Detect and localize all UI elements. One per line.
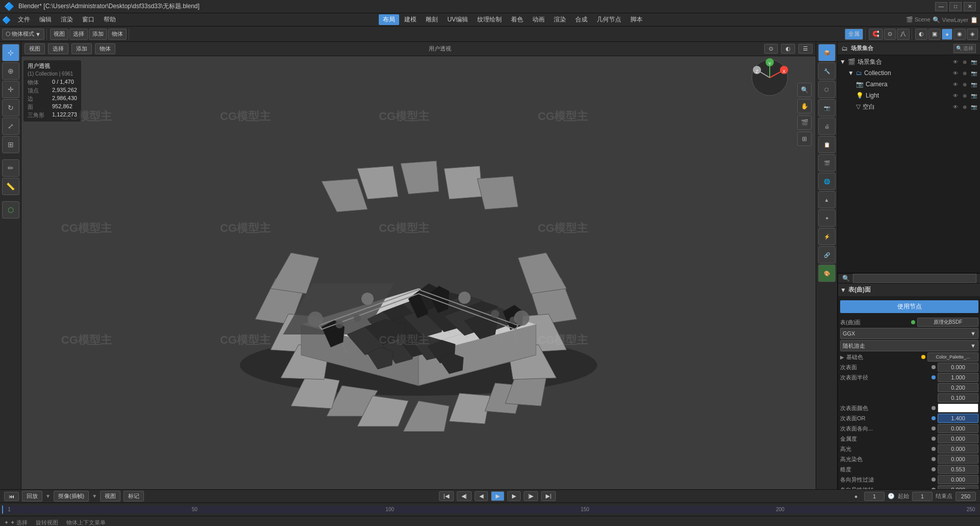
properties-view-layer-btn[interactable]: 📋 bbox=[818, 136, 836, 153]
marker-btn[interactable]: 标记 bbox=[124, 491, 144, 501]
anisotropic-value[interactable]: 0.000 bbox=[938, 424, 978, 433]
menu-edit[interactable]: 编辑 bbox=[35, 14, 56, 25]
xray-btn[interactable]: ▣ bbox=[928, 29, 941, 40]
properties-material-btn[interactable]: ⬡ bbox=[818, 81, 836, 98]
subsurface-value[interactable]: 0.000 bbox=[938, 363, 978, 372]
playback-label[interactable]: 回放 bbox=[22, 491, 42, 501]
prev-keyframe-btn[interactable]: ◀| bbox=[457, 491, 472, 501]
properties-particles-btn[interactable]: ✦ bbox=[818, 209, 836, 227]
workspace-uv[interactable]: UV编辑 bbox=[443, 14, 472, 25]
view-btn-timeline[interactable]: 视图 bbox=[100, 491, 120, 501]
workspace-compositing[interactable]: 合成 bbox=[571, 14, 592, 25]
ggx-dropdown[interactable]: GGX ▼ bbox=[840, 328, 978, 339]
end-frame[interactable]: 250 bbox=[955, 492, 976, 501]
outliner-light[interactable]: 💡 Light 👁 ⊕ 📷 bbox=[838, 90, 980, 101]
gizmo-toggle[interactable]: ⊙ bbox=[764, 44, 778, 54]
next-frame-btn[interactable]: ▶ bbox=[507, 491, 521, 501]
proportional-btn[interactable]: ⊙ bbox=[884, 29, 896, 40]
close-button[interactable]: ✕ bbox=[964, 2, 976, 11]
empty-eye[interactable]: 👁 bbox=[951, 103, 960, 111]
surface-type-value[interactable]: 原理化BSDF bbox=[917, 318, 978, 327]
workspace-shading[interactable]: 着色 bbox=[507, 14, 527, 25]
properties-output-btn[interactable]: 🖨 bbox=[818, 117, 836, 135]
maximize-button[interactable]: □ bbox=[949, 2, 962, 11]
properties-render-btn[interactable]: 📷 bbox=[818, 99, 836, 116]
minimize-button[interactable]: — bbox=[935, 2, 947, 11]
subsurface-radius-value[interactable]: 1.000 bbox=[938, 373, 978, 382]
properties-object-data-btn[interactable]: ▲ bbox=[818, 191, 836, 208]
vp-view-btn[interactable]: 视图 bbox=[24, 43, 45, 54]
menu-file[interactable]: 文件 bbox=[14, 14, 34, 25]
tool-transform[interactable]: ⊞ bbox=[2, 136, 19, 153]
random-walk-dropdown[interactable]: 随机游走 ▼ bbox=[840, 340, 978, 351]
workspace-modeling[interactable]: 建模 bbox=[400, 14, 421, 25]
menu-help[interactable]: 帮助 bbox=[100, 14, 120, 25]
titlebar-controls[interactable]: — □ ✕ bbox=[935, 2, 976, 11]
nav-gizmo[interactable]: Y X Z bbox=[749, 57, 790, 98]
next-keyframe-btn[interactable]: |▶ bbox=[524, 491, 538, 501]
menu-render[interactable]: 渲染 bbox=[57, 14, 77, 25]
material-preview-btn[interactable]: ◉ bbox=[953, 29, 966, 40]
outliner-filter[interactable]: 🔍 选择 bbox=[953, 44, 976, 53]
metallic-value[interactable]: 0.000 bbox=[938, 434, 978, 443]
aniso-filter-value[interactable]: 0.000 bbox=[938, 475, 978, 484]
material-btn[interactable]: 全属 bbox=[845, 29, 863, 40]
vp-zoom-icon[interactable]: 🔍 bbox=[797, 83, 812, 97]
tool-measure[interactable]: 📏 bbox=[2, 178, 19, 195]
subsurface-r2-value[interactable]: 0.200 bbox=[938, 383, 978, 392]
playback-btn[interactable]: ⏮ bbox=[4, 492, 19, 501]
workspace-texture-paint[interactable]: 纹理绘制 bbox=[473, 14, 506, 25]
workspace-scripting[interactable]: 脚本 bbox=[626, 14, 647, 25]
render-icon[interactable]: 📷 bbox=[970, 58, 978, 66]
subsurface-color-swatch[interactable] bbox=[938, 403, 978, 413]
properties-physics-btn[interactable]: ⚡ bbox=[818, 228, 836, 245]
outliner-camera[interactable]: 📷 Camera 👁 ⊕ 📷 bbox=[838, 79, 980, 90]
specular-tint-value[interactable]: 0.000 bbox=[938, 455, 978, 464]
object-menu[interactable]: 物体 bbox=[108, 29, 127, 40]
roughness-value[interactable]: 0.553 bbox=[938, 465, 978, 474]
tool-select[interactable]: ⊹ bbox=[2, 44, 19, 61]
camera-cursor[interactable]: ⊕ bbox=[961, 80, 969, 88]
properties-modifier-btn[interactable]: 🔧 bbox=[818, 62, 836, 80]
tool-cursor[interactable]: ⊕ bbox=[2, 62, 19, 80]
light-render[interactable]: 📷 bbox=[970, 91, 978, 100]
outliner-collection[interactable]: ▼ 🗂 Collection 👁 ⊕ 📷 bbox=[838, 67, 980, 79]
properties-object-btn[interactable]: 📦 bbox=[818, 44, 836, 61]
jump-start-btn[interactable]: |◀ bbox=[439, 491, 454, 501]
aniso-rotation-value[interactable]: 0.000 bbox=[938, 485, 978, 489]
snap-val[interactable]: 八 bbox=[897, 29, 910, 40]
shading-wire[interactable]: ☰ bbox=[798, 44, 813, 54]
empty-render[interactable]: 📷 bbox=[970, 103, 978, 111]
eye-icon-2[interactable]: 👁 bbox=[951, 69, 960, 77]
properties-constraints-btn[interactable]: 🔗 bbox=[818, 246, 836, 264]
rendered-btn[interactable]: ◈ bbox=[967, 29, 978, 40]
outliner-empty[interactable]: ▽ 空白 👁 ⊕ 📷 bbox=[838, 101, 980, 112]
properties-world-btn[interactable]: 🌐 bbox=[818, 173, 836, 190]
workspace-geometry-nodes[interactable]: 几何节点 bbox=[593, 14, 625, 25]
prev-frame-btn[interactable]: ◀ bbox=[475, 491, 488, 501]
tool-add-cube[interactable]: ⬡ bbox=[2, 201, 19, 219]
use-nodes-button[interactable]: 使用节点 bbox=[840, 300, 978, 313]
tool-annotate[interactable]: ✏ bbox=[2, 159, 19, 177]
camera-eye[interactable]: 👁 bbox=[951, 80, 960, 88]
viewport[interactable]: 视图 选择 添加 物体 用户透视 ⊙ ◐ ☰ 用户透视 (1) Collecti… bbox=[21, 42, 816, 489]
jump-end-btn[interactable]: ▶| bbox=[541, 491, 556, 501]
workspace-sculpt[interactable]: 雕刻 bbox=[422, 14, 442, 25]
tool-move[interactable]: ✛ bbox=[2, 81, 19, 98]
workspace-render[interactable]: 渲染 bbox=[550, 14, 570, 25]
interpolation-btn[interactable]: 抠像(插帧) bbox=[54, 491, 89, 501]
prop-search-box[interactable] bbox=[853, 274, 976, 283]
menu-window[interactable]: 窗口 bbox=[78, 14, 99, 25]
subsurface-r3-value[interactable]: 0.100 bbox=[938, 393, 978, 402]
mode-selector[interactable]: ⬡ 物体模式 ▼ bbox=[2, 29, 44, 40]
light-eye[interactable]: 👁 bbox=[951, 91, 960, 100]
cursor-icon[interactable]: ⊕ bbox=[961, 58, 969, 66]
eye-icon[interactable]: 👁 bbox=[951, 58, 960, 66]
tool-scale[interactable]: ⤢ bbox=[2, 117, 19, 135]
render-icon-2[interactable]: 📷 bbox=[970, 69, 978, 77]
start-frame[interactable]: 1 bbox=[912, 492, 933, 501]
properties-scene-btn[interactable]: 🎬 bbox=[818, 154, 836, 172]
select-menu[interactable]: 选择 bbox=[69, 29, 88, 40]
tool-rotate[interactable]: ↻ bbox=[2, 99, 19, 116]
workspace-layout[interactable]: 布局 bbox=[379, 14, 399, 25]
